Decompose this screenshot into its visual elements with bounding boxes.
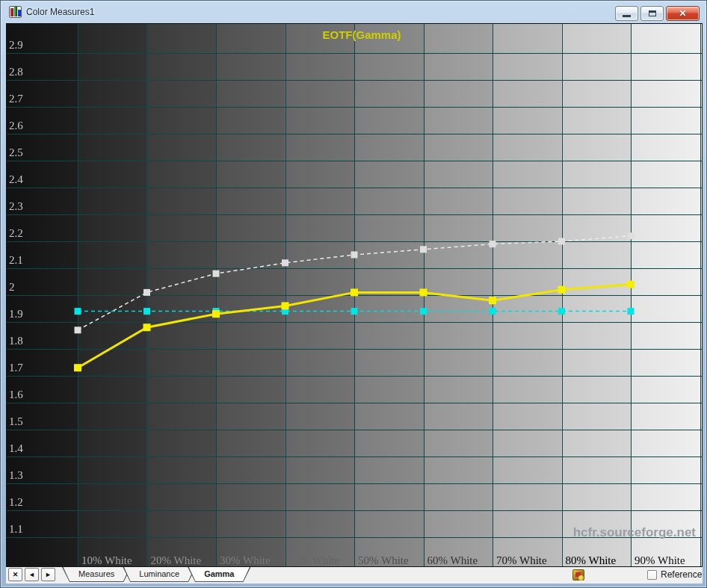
measured-gamma-curve-marker — [74, 364, 81, 371]
y-tick-label: 2.2 — [9, 227, 23, 239]
reference-gamma-curve-marker — [558, 238, 565, 245]
close-button[interactable]: ✕ — [666, 6, 700, 21]
reference-gamma-curve-marker — [490, 241, 496, 247]
reference-gamma-curve-marker — [213, 270, 220, 277]
reference-gamma-curve-marker — [143, 289, 150, 296]
y-tick-label: 1.3 — [9, 469, 23, 481]
y-tick-label: 2.5 — [9, 146, 23, 158]
x-tick-label: 70% White — [496, 554, 547, 566]
x-tick-label: 40% White — [289, 554, 340, 566]
strip-right-area: Reference — [6, 567, 703, 584]
y-tick-label: 1.2 — [9, 496, 23, 508]
measured-gamma-curve-marker — [420, 288, 427, 296]
minimize-button[interactable] — [615, 6, 638, 21]
gamma-chart: 2.92.82.72.62.52.42.32.22.121.91.81.71.6… — [6, 23, 703, 567]
watermark: hcfr.sourceforge.net — [573, 525, 697, 539]
x-tick-label: 10% White — [81, 554, 132, 566]
measured-gamma-curve-marker — [558, 286, 566, 294]
app-icon-green-bar — [14, 7, 17, 16]
title-bar[interactable]: Color Measures1 ✕ — [1, 1, 706, 23]
y-tick-label: 2 — [9, 281, 15, 293]
target-gamma-line-marker — [143, 308, 150, 315]
reference-gamma-curve-marker — [351, 252, 358, 259]
measured-gamma-curve-marker — [212, 310, 220, 318]
x-tick-label: 30% White — [220, 554, 271, 566]
target-gamma-line-marker — [490, 308, 496, 315]
target-gamma-line-marker — [351, 308, 358, 315]
reference-checkbox[interactable] — [647, 570, 657, 580]
x-tick-label: 50% White — [358, 554, 409, 566]
x-tick-label: 90% White — [635, 554, 685, 566]
reference-checkbox-label: Reference — [661, 569, 702, 580]
bottom-tab-strip: ✕ ◄ ► Measures Luminance Gamma Reference — [6, 567, 703, 584]
reference-gamma-curve-marker — [282, 259, 288, 266]
y-tick-label: 2.4 — [9, 173, 23, 185]
reference-gamma-curve-marker — [420, 246, 427, 253]
y-tick-label: 1.5 — [9, 415, 23, 427]
y-tick-label: 1.1 — [9, 523, 23, 535]
chart-title: EOTF(Gamma) — [322, 28, 401, 41]
app-icon-blue-bar — [18, 10, 21, 16]
x-axis-labels: 10% White20% White30% White40% White50% … — [81, 554, 685, 566]
y-tick-label: 1.7 — [9, 362, 23, 374]
app-icon — [9, 6, 22, 18]
y-tick-label: 2.3 — [9, 200, 23, 212]
measured-gamma-curve-marker — [351, 288, 358, 296]
y-tick-label: 2.9 — [9, 39, 23, 51]
gamma-chart-svg: 2.92.82.72.62.52.42.32.22.121.91.81.71.6… — [7, 24, 702, 566]
measured-gamma-curve-marker — [489, 297, 496, 304]
target-gamma-line-marker — [75, 308, 81, 315]
target-gamma-line-marker — [558, 308, 565, 315]
restore-icon — [649, 10, 656, 16]
minimize-icon — [623, 15, 631, 17]
y-tick-label: 1.6 — [9, 389, 23, 400]
app-window: Color Measures1 ✕ 2.92.82.72.62.52.42.32… — [0, 0, 707, 588]
restore-button[interactable] — [640, 6, 664, 21]
app-icon-red-bar — [10, 8, 13, 16]
window-controls: ✕ — [615, 6, 700, 21]
reference-gamma-curve-marker — [628, 232, 635, 239]
reference-toggle-group: Reference — [647, 569, 702, 580]
y-tick-label: 2.6 — [9, 120, 23, 131]
tab-gamma[interactable]: Gamma — [188, 567, 250, 582]
measured-gamma-curve-marker — [143, 324, 151, 331]
y-tick-label: 1.4 — [9, 442, 23, 454]
hcfr-status-icon — [572, 569, 584, 581]
y-tick-label: 2.8 — [9, 66, 23, 78]
y-tick-label: 1.9 — [9, 308, 23, 320]
x-tick-label: 60% White — [427, 554, 478, 566]
reference-gamma-curve-marker — [75, 327, 81, 333]
close-icon: ✕ — [679, 9, 686, 18]
y-tick-label: 1.8 — [9, 335, 23, 347]
y-tick-label: 2.7 — [9, 93, 23, 105]
x-tick-label: 80% White — [566, 554, 617, 566]
target-gamma-line-marker — [420, 308, 427, 315]
target-gamma-line-marker — [628, 308, 635, 315]
measured-gamma-curve-marker — [282, 302, 289, 309]
y-tick-label: 2.1 — [9, 254, 23, 266]
window-title: Color Measures1 — [26, 7, 94, 17]
x-tick-label: 20% White — [151, 554, 202, 566]
measured-gamma-curve-marker — [627, 281, 635, 288]
